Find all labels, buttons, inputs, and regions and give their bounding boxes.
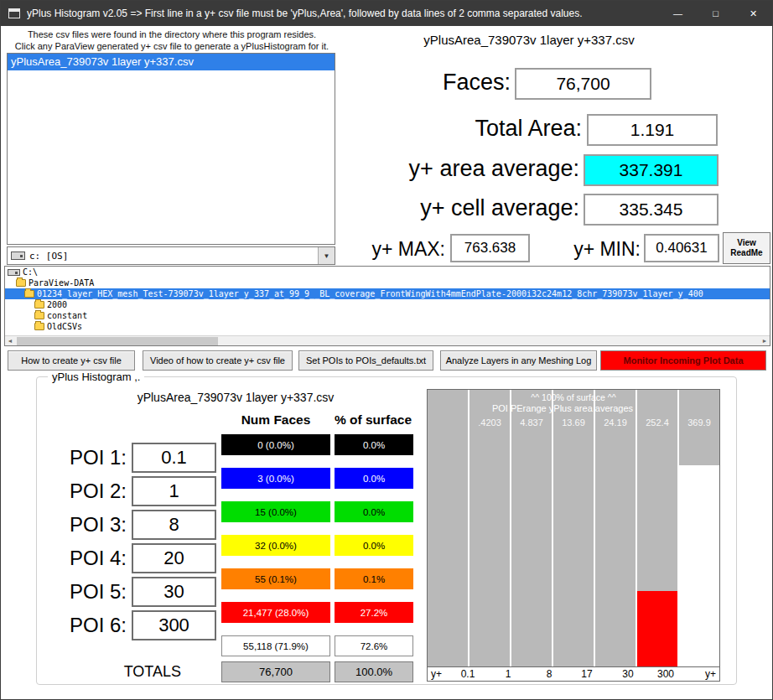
pct-surface-cell: 0.1%: [335, 568, 413, 589]
axis-label: y+: [705, 668, 716, 680]
tree-horizontal-scrollbar[interactable]: ◄ ►: [5, 335, 770, 345]
dropdown-arrow-icon[interactable]: ▼: [318, 247, 335, 264]
axis-label: 1: [506, 668, 511, 680]
pct-surface-header: % of surface: [329, 412, 417, 428]
chart-column-7: 369.9: [679, 390, 719, 666]
poi-1-label: POI 1:: [43, 443, 127, 473]
yplus-max-value: 763.638: [450, 234, 530, 262]
bin-average-label: 252.4: [637, 417, 677, 428]
csv-file-item[interactable]: yPlusArea_739073v 1layer y+337.csv: [8, 54, 335, 70]
tree-item-folder[interactable]: 2000: [5, 299, 770, 310]
cell-average-label: y+ cell average:: [345, 195, 579, 221]
folder-icon: [34, 312, 44, 319]
pct-surface-cell: 0.0%: [335, 501, 413, 522]
summary-filename: yPlusArea_739073v 1layer y+337.csv: [412, 33, 646, 47]
axis-label: 8: [547, 668, 553, 680]
histogram-filename: yPlusArea_739073v 1layer y+337.csv: [97, 391, 374, 404]
tree-item-drive[interactable]: C:\: [5, 267, 770, 277]
pct-surface-cell: 27.2%: [335, 602, 413, 623]
yplus-min-label: y+ MIN:: [539, 238, 641, 261]
axis-label: 17: [581, 668, 592, 680]
tree-item-label: ParaView-DATA: [29, 278, 94, 288]
yplus-max-label: y+ MAX:: [343, 238, 445, 261]
app-icon: [8, 8, 20, 18]
tree-item-folder[interactable]: constant: [5, 310, 770, 321]
scroll-left-arrow-icon[interactable]: ◄: [5, 336, 15, 346]
folder-icon: [34, 301, 44, 309]
window-title: yPlus Histogram v2.05 => First line in a…: [27, 8, 659, 19]
total-area-label: Total Area:: [361, 116, 582, 142]
tree-item-folder[interactable]: OldCSVs: [5, 321, 770, 332]
instructions-line1: These csv files were found in the direct…: [8, 29, 336, 40]
poi-3-input[interactable]: [132, 510, 216, 540]
num-faces-cell: 0 (0.0%): [221, 434, 330, 455]
faces-label: Faces:: [336, 70, 511, 96]
poi-3-label: POI 3:: [43, 510, 127, 540]
tree-item-label: 01234_layer_HEX_mesh_Test-739073v_1layer…: [37, 289, 703, 298]
axis-label: 30: [622, 668, 633, 680]
analyze-layers-button[interactable]: Analyze Layers in any Meshing Log: [440, 350, 597, 371]
num-faces-cell: 21,477 (28.0%): [221, 602, 330, 623]
csv-file-listbox[interactable]: yPlusArea_739073v 1layer y+337.csv: [7, 53, 335, 245]
view-readme-button[interactable]: View ReadMe: [723, 232, 770, 264]
instructions-line2: Click any ParaView generated y+ csv file…: [8, 40, 336, 52]
chart-subtitle: POI PErange yPlus area averages: [428, 403, 698, 413]
poi-5-label: POI 5:: [43, 577, 127, 607]
tree-item-folder[interactable]: ParaView-DATA: [5, 277, 770, 288]
drive-selector[interactable]: c: [OS] ▼: [7, 246, 335, 265]
monitor-plot-data-button[interactable]: Monitor Incoming Plot Data: [600, 350, 766, 371]
folder-icon: [34, 323, 44, 330]
axis-label: 0.1: [461, 668, 475, 680]
axis-label: 300: [657, 668, 674, 680]
num-faces-cell: 55 (0.1%): [221, 568, 330, 589]
hist-bar-5: [637, 591, 677, 666]
scroll-right-arrow-icon[interactable]: ►: [760, 336, 770, 346]
set-pois-defaults-button[interactable]: Set POIs to POIs_defaults.txt: [298, 350, 433, 371]
scrollbar-thumb[interactable]: [17, 337, 218, 345]
poi-4-input[interactable]: [132, 543, 216, 573]
close-icon: ✕: [750, 8, 757, 19]
chart-x-axis: y+ 0.1 1 8 17 30 300 y+: [428, 666, 719, 681]
drive-icon: [8, 269, 20, 276]
faces-value: 76,700: [515, 68, 651, 100]
chart-title: ^^ 100% of surface ^^: [428, 392, 719, 402]
tree-item-label: constant: [47, 311, 87, 320]
num-faces-cell: 3 (0.0%): [221, 468, 330, 489]
chart-column-1: [428, 390, 468, 666]
total-area-value: 1.191: [587, 114, 718, 146]
readme-button-line2: ReadMe: [730, 248, 762, 258]
minimize-icon: —: [673, 8, 682, 18]
close-button[interactable]: ✕: [734, 1, 772, 26]
minimize-button[interactable]: —: [659, 1, 697, 26]
totals-label: TOTALS: [80, 663, 181, 681]
tree-item-folder-selected[interactable]: 01234_layer_HEX_mesh_Test-739073v_1layer…: [5, 288, 770, 299]
poi-2-label: POI 2:: [43, 476, 127, 506]
maximize-icon: □: [713, 8, 719, 18]
num-faces-cell: 15 (0.0%): [221, 501, 330, 522]
video-how-to-button[interactable]: Video of how to create y+ csv file: [143, 350, 293, 371]
window-controls: — □ ✕: [659, 1, 772, 26]
instructions: These csv files were found in the direct…: [8, 29, 336, 52]
how-to-create-csv-button[interactable]: How to create y+ csv file: [8, 350, 135, 371]
bin-average-label: 369.9: [679, 417, 719, 428]
num-faces-cell: 55,118 (71.9%): [221, 635, 330, 656]
directory-tree[interactable]: C:\ ParaView-DATA 01234_layer_HEX_mesh_T…: [4, 266, 770, 346]
drive-selected-value: c: [OS]: [29, 251, 318, 262]
poi-5-input[interactable]: [132, 577, 216, 607]
poi-6-label: POI 6:: [43, 610, 127, 640]
totals-faces-value: 76,700: [221, 661, 330, 682]
tree-item-label: 2000: [47, 300, 67, 309]
pct-surface-cell: 0.0%: [335, 434, 413, 455]
cell-average-value: 335.345: [584, 194, 719, 226]
poi-2-input[interactable]: [132, 476, 216, 506]
axis-label: y+: [431, 668, 442, 680]
poi-6-input[interactable]: [132, 610, 216, 640]
chart-column-2: .4203: [470, 390, 510, 666]
readme-button-line1: View: [737, 238, 756, 248]
poi-1-input[interactable]: [132, 443, 216, 473]
area-average-label: y+ area average:: [345, 156, 579, 182]
folder-open-icon: [24, 290, 34, 298]
totals-pct-value: 100.0%: [335, 661, 413, 682]
num-faces-header: Num Faces: [221, 412, 330, 428]
maximize-button[interactable]: □: [697, 1, 734, 26]
